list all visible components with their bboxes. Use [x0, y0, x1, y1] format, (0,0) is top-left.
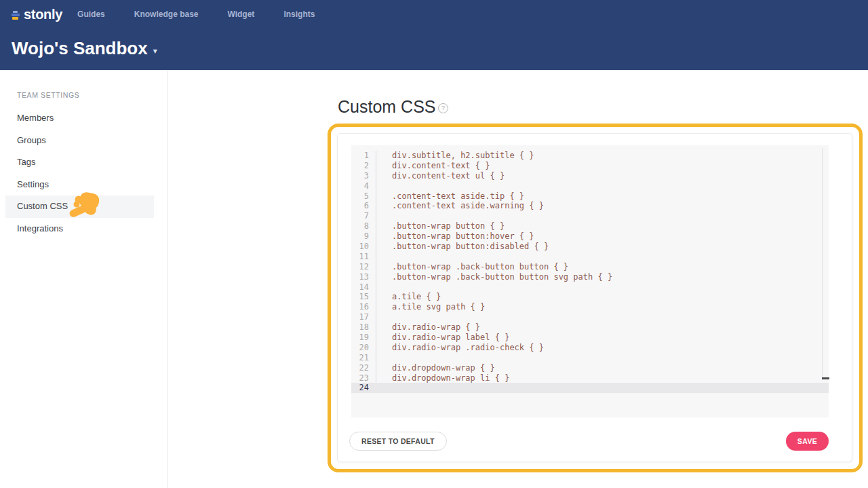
- code-line-12[interactable]: 12.button-wrap .back-button button { }: [351, 262, 829, 272]
- code-text: div.dropdown-wrap { }: [376, 363, 495, 373]
- code-text: [376, 282, 392, 293]
- save-button[interactable]: SAVE: [786, 432, 829, 451]
- nav-item-widget[interactable]: Widget: [227, 10, 254, 19]
- code-text: div.dropdown-wrap li { }: [376, 373, 509, 383]
- line-number: 6: [351, 201, 376, 211]
- code-line-1[interactable]: 1div.subtitle, h2.subtitle { }: [351, 151, 829, 161]
- line-number: 14: [351, 282, 376, 293]
- code-line-17[interactable]: 17: [351, 312, 829, 322]
- code-text: div.radio-wrap { }: [376, 322, 480, 333]
- code-text: [376, 383, 392, 393]
- line-number: 10: [351, 242, 376, 252]
- code-line-23[interactable]: 23div.dropdown-wrap li { }: [351, 373, 829, 383]
- logo-text: stonly: [24, 7, 62, 22]
- line-number: 23: [351, 373, 376, 383]
- code-line-24[interactable]: 24: [351, 383, 829, 393]
- stonly-logo-icon: [12, 11, 20, 20]
- line-number: 21: [351, 353, 376, 363]
- code-text: a.tile svg path { }: [376, 302, 485, 312]
- code-line-22[interactable]: 22div.dropdown-wrap { }: [351, 363, 829, 373]
- help-icon[interactable]: ?: [438, 103, 448, 113]
- line-number: 22: [351, 363, 376, 373]
- code-text: div.radio-wrap .radio-check { }: [376, 343, 544, 353]
- code-line-9[interactable]: 9.button-wrap button:hover { }: [351, 231, 829, 242]
- code-text: div.subtitle, h2.subtitle { }: [376, 151, 534, 161]
- sidebar-item-settings[interactable]: Settings: [5, 174, 154, 196]
- code-line-18[interactable]: 18div.radio-wrap { }: [351, 322, 829, 333]
- code-line-5[interactable]: 5.content-text aside.tip { }: [351, 191, 829, 202]
- code-text: [376, 181, 392, 191]
- settings-sidebar: TEAM SETTINGS MembersGroupsTagsSettingsC…: [0, 70, 167, 488]
- code-line-7[interactable]: 7: [351, 211, 829, 221]
- code-text: .button-wrap .back-button button { }: [376, 262, 568, 272]
- sidebar-menu: MembersGroupsTagsSettingsCustom CSSInteg…: [0, 107, 167, 240]
- sidebar-item-tags[interactable]: Tags: [5, 151, 154, 174]
- code-line-21[interactable]: 21: [351, 353, 829, 363]
- nav-item-knowledge-base[interactable]: Knowledge base: [134, 10, 199, 19]
- code-line-2[interactable]: 2div.content-text { }: [351, 161, 829, 171]
- code-line-11[interactable]: 11: [351, 252, 829, 262]
- line-number: 16: [351, 302, 376, 312]
- line-number: 12: [351, 262, 376, 272]
- code-text: [376, 312, 392, 322]
- sidebar-item-groups[interactable]: Groups: [5, 130, 154, 152]
- sidebar-item-custom-css[interactable]: Custom CSS: [5, 195, 154, 218]
- code-text: .button-wrap button { }: [376, 221, 505, 231]
- code-line-8[interactable]: 8.button-wrap button { }: [351, 221, 829, 231]
- line-number: 13: [351, 272, 376, 282]
- app-header: stonly GuidesKnowledge baseWidgetInsight…: [0, 0, 868, 70]
- sidebar-item-integrations[interactable]: Integrations: [5, 218, 154, 240]
- code-text: .button-wrap button:disabled { }: [376, 242, 549, 252]
- stonly-logo[interactable]: stonly: [12, 7, 62, 22]
- top-nav: GuidesKnowledge baseWidgetInsights: [77, 10, 344, 19]
- line-number: 19: [351, 333, 376, 343]
- code-line-6[interactable]: 6.content-text aside.warning { }: [351, 201, 829, 211]
- code-line-15[interactable]: 15a.tile { }: [351, 292, 829, 302]
- code-text: .content-text aside.warning { }: [376, 201, 544, 211]
- line-number: 4: [351, 181, 376, 191]
- code-line-19[interactable]: 19div.radio-wrap label { }: [351, 333, 829, 343]
- code-line-20[interactable]: 20div.radio-wrap .radio-check { }: [351, 343, 829, 353]
- line-number: 15: [351, 292, 376, 302]
- page-title: Custom CSS: [338, 97, 435, 117]
- line-number: 11: [351, 252, 376, 262]
- css-code-editor[interactable]: 1div.subtitle, h2.subtitle { }2div.conte…: [351, 145, 829, 417]
- code-text: div.content-text { }: [376, 161, 490, 171]
- top-bar: stonly GuidesKnowledge baseWidgetInsight…: [0, 0, 868, 29]
- code-line-16[interactable]: 16a.tile svg path { }: [351, 302, 829, 312]
- custom-css-panel: 1div.subtitle, h2.subtitle { }2div.conte…: [337, 133, 852, 462]
- sidebar-section-title: TEAM SETTINGS: [17, 91, 167, 99]
- code-text: [376, 211, 392, 221]
- code-line-3[interactable]: 3div.content-text ul { }: [351, 171, 829, 181]
- line-number: 17: [351, 312, 376, 322]
- code-line-14[interactable]: 14: [351, 282, 829, 293]
- nav-item-insights[interactable]: Insights: [283, 10, 315, 19]
- sidebar-item-members[interactable]: Members: [5, 107, 154, 130]
- line-number: 5: [351, 191, 376, 202]
- code-line-4[interactable]: 4: [351, 181, 829, 191]
- line-number: 3: [351, 171, 376, 181]
- code-text: .content-text aside.tip { }: [376, 191, 524, 202]
- code-line-10[interactable]: 10.button-wrap button:disabled { }: [351, 242, 829, 252]
- line-number: 2: [351, 161, 376, 171]
- nav-item-guides[interactable]: Guides: [77, 10, 105, 19]
- line-number: 20: [351, 343, 376, 353]
- workspace-name: Wojo's Sandbox: [12, 38, 148, 59]
- line-number: 24: [351, 383, 376, 393]
- code-text: .button-wrap button:hover { }: [376, 231, 534, 242]
- line-number: 9: [351, 231, 376, 242]
- code-text: div.content-text ul { }: [376, 171, 505, 181]
- line-number: 1: [351, 151, 376, 161]
- editor-scrollbar-track: [822, 148, 823, 380]
- editor-scrollbar-thumb[interactable]: [822, 377, 829, 379]
- reset-to-default-button[interactable]: RESET TO DEFAULT: [349, 432, 447, 451]
- code-lines: 1div.subtitle, h2.subtitle { }2div.conte…: [351, 145, 829, 393]
- chevron-down-icon: ▾: [153, 46, 157, 56]
- workspace-switcher[interactable]: Wojo's Sandbox ▾: [12, 38, 157, 59]
- code-text: [376, 353, 392, 363]
- code-text: a.tile { }: [376, 292, 441, 302]
- line-number: 8: [351, 221, 376, 231]
- code-text: div.radio-wrap label { }: [376, 333, 509, 343]
- code-text: [376, 252, 392, 262]
- code-line-13[interactable]: 13.button-wrap .back-button button svg p…: [351, 272, 829, 282]
